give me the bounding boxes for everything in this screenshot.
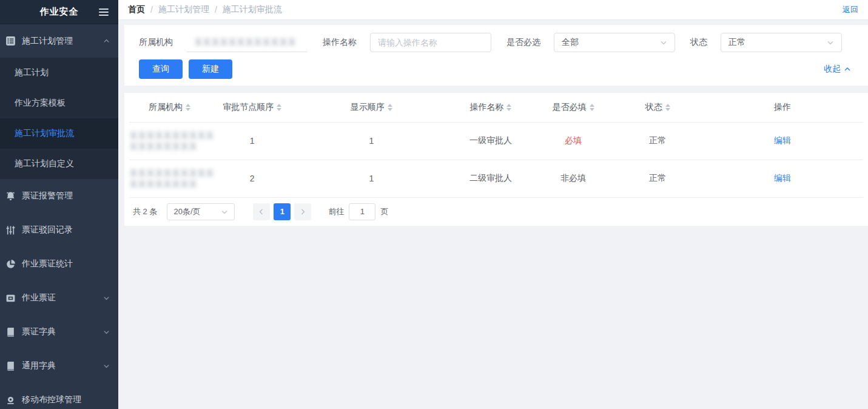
table-row: 某某某某某某某某某某某某某某某某某某 2 1 二级审批人 非必填 正常 编辑 xyxy=(129,160,863,197)
cell-actions: 编辑 xyxy=(702,122,863,160)
sidebar-item-construction-plan-mgmt[interactable]: 施工计划管理 xyxy=(0,24,118,58)
col-header-org[interactable]: 所属机构 xyxy=(129,93,210,122)
breadcrumb-plan-mgmt[interactable]: 施工计划管理 xyxy=(158,4,209,15)
cell-display-order: 1 xyxy=(294,122,448,160)
table-row: 某某某某某某某某某某某某某某某某某某 1 1 一级审批人 必填 正常 编辑 xyxy=(129,122,863,160)
sidebar-item-ticket-reject-records[interactable]: 票证驳回记录 xyxy=(0,213,118,247)
sidebar-item-mobile-ball-camera-mgmt[interactable]: 移动布控球管理 xyxy=(0,383,118,409)
chevron-down-icon xyxy=(827,39,834,46)
sort-caret-icon[interactable] xyxy=(506,101,511,113)
sort-caret-icon[interactable] xyxy=(388,101,392,113)
page-size-select[interactable]: 20条/页 xyxy=(167,203,235,220)
next-page-button[interactable] xyxy=(294,203,311,220)
sort-caret-icon[interactable] xyxy=(590,101,594,113)
cell-op-name: 一级审批人 xyxy=(448,122,533,160)
approval-flow-table-panel: 所属机构 审批节点顺序 显示顺序 操作名称 是否必填 状态 操作 某某某某某某某… xyxy=(124,93,868,226)
cell-op-name: 二级审批人 xyxy=(448,160,533,197)
submenu-label: 施工计划自定义 xyxy=(15,158,74,169)
sidebar-item-plan-custom[interactable]: 施工计划自定义 xyxy=(0,149,118,179)
cell-org: 某某某某某某某某某某某某某某某某某某 xyxy=(129,160,210,197)
col-header-required[interactable]: 是否必填 xyxy=(533,93,613,122)
create-button[interactable]: 新建 xyxy=(189,59,232,79)
approval-flow-table: 所属机构 审批节点顺序 显示顺序 操作名称 是否必填 状态 操作 某某某某某某某… xyxy=(129,93,863,198)
chevron-down-icon xyxy=(103,295,110,302)
status-select[interactable]: 正常 xyxy=(721,33,842,52)
goto-page-input[interactable] xyxy=(349,203,375,220)
chevron-up-icon xyxy=(844,66,851,73)
sidebar-item-ticket-alarm-mgmt[interactable]: 票证报警管理 xyxy=(0,179,118,213)
status-select-value: 正常 xyxy=(728,37,745,48)
content: 所属机构 某某某某某某某某某某某某 操作名称 是否必选 全部 xyxy=(118,20,868,409)
collapse-toggle[interactable]: 收起 xyxy=(824,64,851,75)
redacted-org-text: 某某某某某某某某某某某某某某某某某某 xyxy=(129,130,214,152)
sort-caret-icon[interactable] xyxy=(186,101,190,113)
chevron-up-icon xyxy=(103,38,110,44)
sidebar-item-work-ticket-stats[interactable]: 作业票证统计 xyxy=(0,247,118,281)
sidebar-item-label: 作业票证 xyxy=(22,292,103,303)
sidebar-menu: 施工计划管理 施工计划 作业方案模板 施工计划审批流 施工计划自定义 xyxy=(0,24,118,409)
page-unit-label: 页 xyxy=(380,206,388,217)
sliders-icon xyxy=(5,225,16,235)
pagination: 共 2 条 20条/页 1 前往 xyxy=(129,198,863,226)
sidebar-item-general-dictionary[interactable]: 通用字典 xyxy=(0,349,118,383)
edit-link[interactable]: 编辑 xyxy=(774,173,791,183)
col-header-node-order[interactable]: 审批节点顺序 xyxy=(210,93,294,122)
submenu-label: 施工计划审批流 xyxy=(15,128,74,139)
op-name-label: 操作名称 xyxy=(323,37,357,48)
required-select[interactable]: 全部 xyxy=(554,33,675,52)
sidebar-item-work-ticket[interactable]: 作业票证 xyxy=(0,281,118,315)
ticket-icon xyxy=(5,292,16,303)
back-link[interactable]: 返回 xyxy=(843,4,858,15)
collapse-label: 收起 xyxy=(824,64,841,75)
sidebar-item-label: 票证报警管理 xyxy=(22,191,110,201)
chevron-down-icon xyxy=(103,363,110,370)
breadcrumb: 首页 / 施工计划管理 / 施工计划审批流 返回 xyxy=(118,0,868,20)
prev-page-button[interactable] xyxy=(253,203,270,220)
sidebar-item-ticket-dictionary[interactable]: 票证字典 xyxy=(0,315,118,349)
sidebar: 作业安全 施工计划管理 施工计划 作业方案模板 xyxy=(0,0,118,409)
col-header-display-order[interactable]: 显示顺序 xyxy=(294,93,448,122)
required-select-value: 全部 xyxy=(562,37,579,48)
sidebar-item-plan-approval-flow[interactable]: 施工计划审批流 xyxy=(0,118,118,149)
book-icon xyxy=(5,360,16,371)
col-header-status[interactable]: 状态 xyxy=(614,93,702,122)
org-input[interactable]: 某某某某某某某某某某某某 xyxy=(186,33,308,52)
hamburger-menu-icon[interactable] xyxy=(99,8,109,16)
cell-node-order: 2 xyxy=(210,160,294,197)
page-number-1[interactable]: 1 xyxy=(274,203,291,220)
sidebar-item-work-scheme-template[interactable]: 作业方案模板 xyxy=(0,88,118,118)
col-header-actions: 操作 xyxy=(702,93,863,122)
search-button[interactable]: 查询 xyxy=(139,59,183,79)
submenu-construction-plan: 施工计划 作业方案模板 施工计划审批流 施工计划自定义 xyxy=(0,58,118,179)
breadcrumb-separator: / xyxy=(215,5,217,15)
submenu-label: 施工计划 xyxy=(15,67,49,78)
filter-group-status: 状态 正常 xyxy=(690,33,842,52)
cell-required: 必填 xyxy=(533,122,613,160)
main-area: 首页 / 施工计划管理 / 施工计划审批流 返回 所属机构 某某某某某某某某某某… xyxy=(118,0,868,409)
redacted-org-text: 某某某某某某某某某某某某 xyxy=(194,37,296,48)
sidebar-item-label: 通用字典 xyxy=(22,360,103,371)
pie-chart-icon xyxy=(5,259,16,269)
redacted-org-text: 某某某某某某某某某某某某某某某某某某 xyxy=(129,167,214,189)
status-label: 状态 xyxy=(690,37,707,48)
cell-node-order: 1 xyxy=(210,122,294,160)
op-name-input[interactable] xyxy=(370,33,491,52)
submenu-label: 作业方案模板 xyxy=(15,98,66,109)
col-header-op-name[interactable]: 操作名称 xyxy=(448,93,533,122)
sidebar-item-label: 票证驳回记录 xyxy=(22,225,110,235)
goto-label: 前往 xyxy=(328,206,344,217)
goto-page: 前往 页 xyxy=(328,203,388,220)
sort-caret-icon[interactable] xyxy=(665,101,670,113)
app-root: 作业安全 施工计划管理 施工计划 作业方案模板 xyxy=(0,0,868,409)
sidebar-item-construction-plan[interactable]: 施工计划 xyxy=(0,58,118,88)
dome-camera-icon xyxy=(5,394,16,405)
pagination-total: 共 2 条 xyxy=(133,206,157,217)
chevron-left-icon xyxy=(258,208,265,215)
cell-display-order: 1 xyxy=(294,160,448,197)
breadcrumb-home[interactable]: 首页 xyxy=(128,4,145,15)
org-label: 所属机构 xyxy=(139,37,173,48)
sidebar-header: 作业安全 xyxy=(0,0,118,24)
edit-link[interactable]: 编辑 xyxy=(774,135,791,145)
sort-caret-icon[interactable] xyxy=(277,101,281,113)
chevron-down-icon xyxy=(103,329,110,336)
